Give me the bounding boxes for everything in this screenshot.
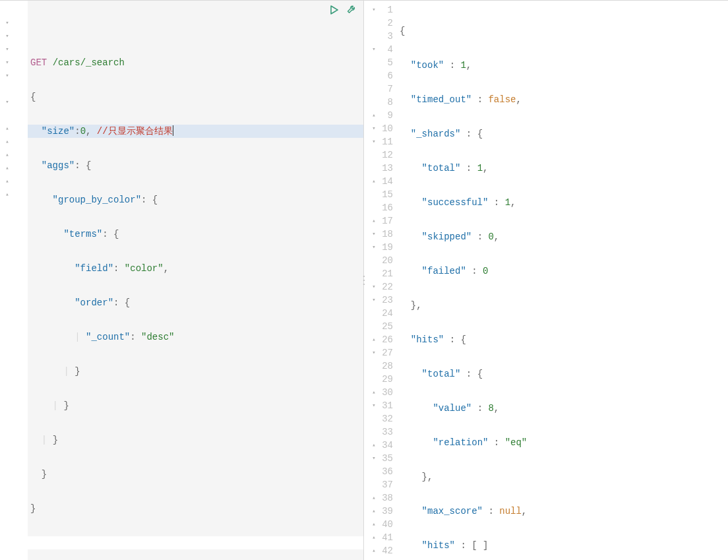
fold-toggle-icon[interactable]: ▴ <box>371 505 377 518</box>
gutter-line: 30▴ <box>364 386 397 399</box>
gutter-line <box>0 82 28 96</box>
request-gutter: ▾▾▾▾▾▾▴▴▴▴▴▴ <box>0 1 28 560</box>
code-line[interactable]: "hits" : [ ] <box>397 539 728 552</box>
gutter-line: 1▾ <box>364 3 397 16</box>
fold-toggle-icon[interactable]: ▾ <box>371 294 377 307</box>
gutter-line: 12 <box>364 148 397 162</box>
code-line[interactable]: } <box>28 502 363 515</box>
response-code[interactable]: { "took" : 1, "timed_out" : false, "_sha… <box>397 1 728 560</box>
gutter-line: 6 <box>364 69 397 82</box>
code-line[interactable]: "order": { <box>28 296 363 309</box>
gutter-line: 29 <box>364 373 397 386</box>
fold-toggle-icon[interactable]: ▾ <box>371 122 377 135</box>
code-line[interactable]: }, <box>397 470 728 483</box>
text-cursor <box>173 125 173 136</box>
code-line[interactable]: }, <box>397 299 728 312</box>
fold-toggle-icon[interactable]: ▴ <box>4 122 11 135</box>
gutter-line: 15 <box>364 188 397 201</box>
code-line[interactable]: "_shards" : { <box>397 127 728 140</box>
fold-toggle-icon[interactable]: ▾ <box>371 43 377 56</box>
fold-toggle-icon[interactable]: ▴ <box>371 518 377 531</box>
gutter-line: 21 <box>364 267 397 280</box>
gutter-line: ▾ <box>0 30 28 43</box>
code-line[interactable]: "successful" : 1, <box>397 196 728 209</box>
fold-toggle-icon[interactable]: ▴ <box>371 333 377 346</box>
code-line[interactable]: "value" : 8, <box>397 402 728 415</box>
code-line[interactable]: "failed" : 0 <box>397 264 728 278</box>
code-line[interactable]: "total" : 1, <box>397 162 728 175</box>
fold-toggle-icon[interactable]: ▴ <box>4 175 11 188</box>
fold-toggle-icon[interactable]: ▾ <box>371 241 377 254</box>
fold-toggle-icon[interactable]: ▾ <box>371 346 377 359</box>
code-line[interactable] <box>28 536 363 549</box>
fold-toggle-icon[interactable]: ▾ <box>4 43 11 56</box>
gutter-line: 28 <box>364 359 397 373</box>
gutter-line: 14▴ <box>364 175 397 188</box>
gutter-line: ▾ <box>0 69 28 82</box>
fold-toggle-icon[interactable]: ▴ <box>371 175 377 188</box>
fold-toggle-icon[interactable]: ▾ <box>371 280 377 294</box>
fold-toggle-icon[interactable]: ▾ <box>4 30 11 43</box>
code-line[interactable]: "hits" : { <box>397 333 728 346</box>
fold-toggle-icon[interactable]: ▾ <box>371 399 377 412</box>
fold-toggle-icon[interactable]: ▾ <box>4 96 11 109</box>
gutter-line: 13 <box>364 162 397 175</box>
request-code[interactable]: GET /cars/_search { "size":0, //只显示聚合结果 … <box>28 1 363 560</box>
request-toolbar <box>328 3 358 16</box>
http-path: /cars/_search <box>53 57 125 68</box>
code-line[interactable]: "aggs": { <box>28 159 363 172</box>
code-line[interactable]: "took" : 1, <box>397 59 728 72</box>
gutter-line: 18▾ <box>364 228 397 241</box>
comment: //只显示聚合结果 <box>97 126 173 137</box>
app-root: ▾▾▾▾▾▾▴▴▴▴▴▴ GET /cars/_search { "size":… <box>0 0 728 560</box>
fold-toggle-icon[interactable]: ▾ <box>4 69 11 82</box>
fold-toggle-icon[interactable]: ▴ <box>4 135 11 148</box>
fold-toggle-icon[interactable]: ▴ <box>4 162 11 175</box>
code-line[interactable]: | } <box>28 433 363 447</box>
fold-toggle-icon[interactable]: ▴ <box>4 148 11 162</box>
gutter-line: 19▾ <box>364 241 397 254</box>
gutter-line: 20 <box>364 254 397 267</box>
code-line[interactable]: "relation" : "eq" <box>397 436 728 449</box>
fold-toggle-icon[interactable]: ▴ <box>371 386 377 399</box>
code-line[interactable]: "max_score" : null, <box>397 505 728 518</box>
code-line[interactable]: "terms": { <box>28 228 363 241</box>
fold-toggle-icon[interactable]: ▾ <box>371 452 377 465</box>
fold-toggle-icon[interactable]: ▾ <box>4 16 11 30</box>
gutter-line: 39▴ <box>364 505 397 518</box>
fold-toggle-icon[interactable]: ▴ <box>371 214 377 228</box>
code-line[interactable]: "size":0, //只显示聚合结果 <box>28 125 363 138</box>
gutter-line: ▴ <box>0 135 28 148</box>
fold-toggle-icon[interactable]: ▴ <box>4 188 11 201</box>
code-line[interactable]: | "_count": "desc" <box>28 330 363 344</box>
code-line[interactable]: "skipped" : 0, <box>397 230 728 243</box>
gutter-line: 2 <box>364 16 397 30</box>
fold-toggle-icon[interactable]: ▴ <box>371 531 377 544</box>
code-line[interactable]: "total" : { <box>397 367 728 381</box>
gutter-line: 35▾ <box>364 452 397 465</box>
code-line[interactable]: { <box>28 90 363 104</box>
fold-toggle-icon[interactable]: ▴ <box>371 109 377 122</box>
gutter-line: 9▴ <box>364 109 397 122</box>
fold-toggle-icon[interactable]: ▾ <box>371 3 377 16</box>
code-line[interactable]: { <box>397 24 728 38</box>
fold-toggle-icon[interactable]: ▴ <box>371 544 377 557</box>
fold-toggle-icon[interactable]: ▴ <box>371 491 377 505</box>
code-line[interactable]: "group_by_color": { <box>28 193 363 206</box>
gutter-line: ▴ <box>0 175 28 188</box>
play-icon[interactable] <box>328 3 341 16</box>
code-line[interactable]: GET /cars/_search <box>28 56 363 69</box>
fold-toggle-icon[interactable]: ▾ <box>371 228 377 241</box>
code-line[interactable]: "timed_out" : false, <box>397 93 728 106</box>
fold-toggle-icon[interactable]: ▴ <box>371 439 377 452</box>
gutter-line: 33 <box>364 425 397 439</box>
code-line[interactable]: | } <box>28 365 363 378</box>
code-line[interactable]: "field": "color", <box>28 262 363 275</box>
http-method: GET <box>30 57 47 68</box>
fold-toggle-icon[interactable]: ▾ <box>4 56 11 69</box>
code-line[interactable]: | } <box>28 399 363 412</box>
gutter-line: ▾ <box>0 16 28 30</box>
wrench-icon[interactable] <box>345 3 358 16</box>
code-line[interactable]: } <box>28 468 363 481</box>
fold-toggle-icon[interactable]: ▾ <box>371 135 377 148</box>
